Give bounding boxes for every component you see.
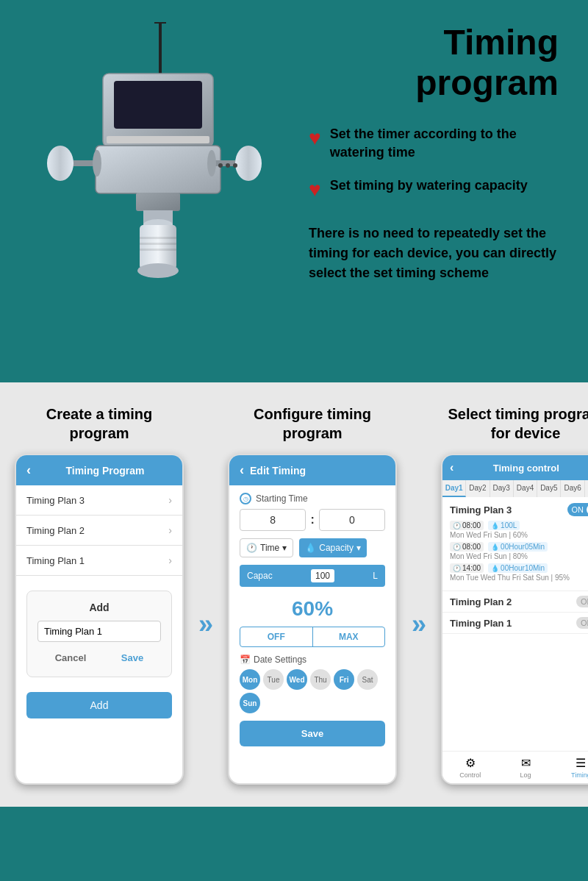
phone3-header: ‹ Timing control ↻ xyxy=(442,455,588,480)
phone2-title: Edit Timing xyxy=(250,465,306,477)
timing-sub-2: Mon Wed Fri Sun | 80% xyxy=(450,552,588,560)
plan-name-2: Timing Plan 2 xyxy=(26,525,85,536)
day-sun[interactable]: Sun xyxy=(240,693,260,713)
svg-point-10 xyxy=(235,146,262,181)
forward-arrow-2: » xyxy=(412,609,426,640)
control-icon: ⚙ xyxy=(465,756,476,770)
nav-log[interactable]: ✉ Log xyxy=(498,756,553,779)
off-button[interactable]: OFF xyxy=(240,627,312,646)
tab-day3[interactable]: Day3 xyxy=(490,480,514,497)
clock-icon: ◷ xyxy=(240,493,251,504)
time-badge-2: 🕐 08:00 xyxy=(450,542,484,552)
back-icon-2[interactable]: ‹ xyxy=(240,463,244,478)
description-text: There is no need to repeatedly set the t… xyxy=(309,224,573,283)
time-select[interactable]: 🕐 Time ▾ xyxy=(240,538,293,557)
day-buttons: Mon Tue Wed Thu Fri Sat Sun xyxy=(240,669,385,713)
starting-time-label: ◷ Starting Time xyxy=(240,493,385,504)
phone1-title: Timing Program xyxy=(38,465,172,477)
svg-point-7 xyxy=(47,146,74,181)
plan-chevron-2: › xyxy=(168,524,172,536)
cancel-button[interactable]: Cancel xyxy=(46,649,96,666)
capacity-text: Capac xyxy=(247,571,273,581)
timing-plan2-section: Timing Plan 2 OFF xyxy=(442,591,588,613)
svg-rect-5 xyxy=(96,146,220,193)
heart-icon-2: ♥ xyxy=(309,178,321,201)
time-badge-1: 🕐 08:00 xyxy=(450,521,484,530)
tab-day4[interactable]: Day4 xyxy=(514,480,537,497)
timing-sub-3: Mon Tue Wed Thu Fri Sat Sun | 95% xyxy=(450,574,588,582)
hour-input[interactable]: 8 xyxy=(240,509,306,531)
capacity-icon: 💧 xyxy=(305,543,316,553)
capacity-unit: L xyxy=(373,571,378,581)
bottom-nav: ⚙ Control ✉ Log ☰ Timing xyxy=(442,751,588,783)
clock-icon-entry1: 🕐 xyxy=(453,522,461,529)
add-dialog-title: Add xyxy=(37,602,161,613)
plan3-toggle[interactable]: ON xyxy=(567,503,588,516)
time-badge-3: 🕐 14:00 xyxy=(450,563,484,573)
svg-rect-17 xyxy=(140,237,176,239)
plan-item-2[interactable]: Timing Plan 2 › xyxy=(16,516,182,546)
save-timing-button[interactable]: Save xyxy=(240,721,385,746)
step-column-2: Configure timing program ‹ Edit Timing ◷… xyxy=(228,404,397,785)
back-icon-1[interactable]: ‹ xyxy=(26,463,31,478)
timing-sub-1: Mon Wed Fri Sun | 60% xyxy=(450,531,588,539)
capacity-bar-container: Capac 100 L xyxy=(240,565,385,587)
plan-item-1[interactable]: Timing Plan 3 › xyxy=(16,485,182,516)
drop-icon-2: 💧 xyxy=(491,543,499,551)
nav-control[interactable]: ⚙ Control xyxy=(442,756,498,779)
step2-title: Configure timing program xyxy=(254,404,371,443)
phone2-screen: ‹ Edit Timing ◷ Starting Time 8 : 0 xyxy=(228,454,397,785)
add-button[interactable]: Add xyxy=(26,692,172,718)
nav-log-label: Log xyxy=(520,771,531,779)
minute-input[interactable]: 0 xyxy=(319,509,385,531)
day-wed[interactable]: Wed xyxy=(287,669,307,690)
plan-name-input[interactable] xyxy=(37,621,161,642)
max-button[interactable]: MAX xyxy=(312,627,385,646)
log-icon: ✉ xyxy=(521,756,531,770)
plan-item-3[interactable]: Timing Plan 1 › xyxy=(16,546,182,576)
day-sat[interactable]: Sat xyxy=(357,669,378,690)
forward-arrow-1: » xyxy=(198,609,213,640)
svg-point-22 xyxy=(233,163,237,168)
save-button[interactable]: Save xyxy=(112,649,152,666)
off-label-2: OFF xyxy=(581,597,588,606)
day-thu[interactable]: Thu xyxy=(310,669,331,690)
day-mon[interactable]: Mon xyxy=(240,669,260,690)
step-column-1: Create a timing program ‹ Timing Program… xyxy=(15,404,184,785)
svg-point-16 xyxy=(137,263,179,278)
calendar-icon: 📅 xyxy=(240,654,251,665)
top-section: Timing program ♥ Set the timer according… xyxy=(0,0,588,382)
device-illustration xyxy=(29,22,279,331)
step1-title: Create a timing program xyxy=(46,404,152,443)
tab-day6[interactable]: Day6 xyxy=(561,480,584,497)
feature-text-1: Set the timer according to the watering … xyxy=(330,125,573,162)
svg-rect-12 xyxy=(136,193,180,211)
device-image-area xyxy=(15,22,294,331)
svg-rect-15 xyxy=(140,225,176,269)
off-label-1: OFF xyxy=(581,618,588,627)
back-icon-3[interactable]: ‹ xyxy=(450,461,453,474)
tab-day1[interactable]: Day1 xyxy=(442,480,466,497)
day-fri[interactable]: Fri xyxy=(334,669,354,690)
feature-text-2: Set timing by watering capacity xyxy=(330,176,528,195)
day-tabs: Day1 Day2 Day3 Day4 Day5 Day6 Day7 xyxy=(442,480,588,497)
step3-title: Select timing program for device xyxy=(448,404,588,443)
cap-badge-2: 💧 00Hour05Min xyxy=(488,542,548,552)
capacity-bar: Capac 100 L xyxy=(240,565,385,587)
capacity-value: 100 xyxy=(311,569,334,582)
tab-day5[interactable]: Day5 xyxy=(537,480,561,497)
dropdown-arrow-time: ▾ xyxy=(282,543,287,553)
capacity-select[interactable]: 💧 Capacity ▾ xyxy=(299,538,367,557)
day-tue[interactable]: Tue xyxy=(263,669,284,690)
plan2-toggle[interactable]: OFF xyxy=(576,596,588,607)
phone1-screen: ‹ Timing Program Timing Plan 3 › Timing … xyxy=(15,454,184,785)
nav-timing[interactable]: ☰ Timing xyxy=(553,756,588,779)
tab-day2[interactable]: Day2 xyxy=(466,480,490,497)
off-max-row: OFF MAX xyxy=(240,627,385,647)
plan-name-1: Timing Plan 3 xyxy=(26,495,85,506)
plan1-toggle[interactable]: OFF xyxy=(576,617,588,629)
time-separator: : xyxy=(310,513,314,527)
tab-day7[interactable]: Day7 xyxy=(585,480,588,497)
edit-section: ◷ Starting Time 8 : 0 🕐 Time ▾ xyxy=(229,485,395,760)
percent-display: 60% xyxy=(240,591,385,627)
